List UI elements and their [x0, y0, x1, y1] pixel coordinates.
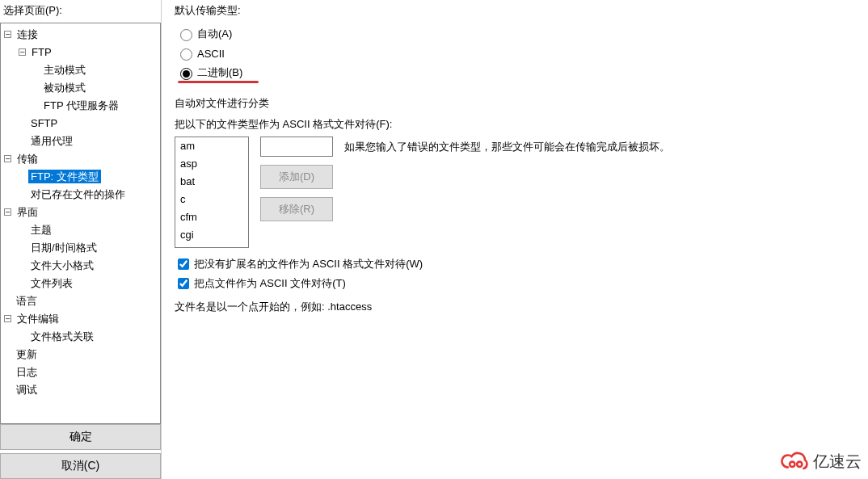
- dotfile-note: 文件名是以一个点开始的，例如: .htaccess: [175, 300, 858, 314]
- list-item[interactable]: am: [175, 137, 248, 155]
- list-item[interactable]: asp: [175, 155, 248, 173]
- radio-ascii[interactable]: [180, 48, 192, 61]
- tree-datetime[interactable]: 日期/时间格式: [1, 238, 160, 256]
- tree-generic-proxy[interactable]: 通用代理: [1, 132, 160, 149]
- list-item[interactable]: c: [175, 191, 248, 208]
- list-item[interactable]: bat: [175, 173, 248, 191]
- radio-binary-row[interactable]: 二进制(B): [176, 63, 858, 82]
- collapse-icon[interactable]: −: [4, 208, 11, 216]
- radio-auto-row[interactable]: 自动(A): [176, 24, 858, 44]
- add-button[interactable]: 添加(D): [260, 165, 333, 189]
- list-item[interactable]: cgi: [175, 226, 248, 244]
- brand-text: 亿速云: [813, 451, 862, 473]
- remove-button[interactable]: 移除(R): [260, 197, 333, 221]
- cloud-icon: [781, 450, 810, 473]
- cancel-button[interactable]: 取消(C): [0, 453, 161, 479]
- tree-theme[interactable]: 主题: [1, 221, 160, 238]
- right-pane: 默认传输类型: 自动(A) ASCII 二进制(B) 自动对文件进行分类 把以下…: [162, 0, 868, 479]
- tree-active-mode[interactable]: 主动模式: [1, 61, 160, 78]
- tree-update[interactable]: 更新: [1, 345, 160, 363]
- new-extension-input[interactable]: [260, 137, 333, 157]
- tree-filesize[interactable]: 文件大小格式: [1, 256, 160, 274]
- hint-text: 如果您输入了错误的文件类型，那些文件可能会在传输完成后被损坏。: [344, 137, 858, 154]
- tree-file-edit[interactable]: −文件编辑: [1, 309, 160, 327]
- chk-no-ext-label: 把没有扩展名的文件作为 ASCII 格式文件对待(W): [194, 257, 423, 271]
- tree-language[interactable]: 语言: [1, 292, 160, 309]
- radio-binary[interactable]: [180, 68, 192, 80]
- treat-as-ascii-label: 把以下的文件类型作为 ASCII 格式文件对待(F):: [175, 117, 858, 132]
- chk-no-ext[interactable]: [178, 258, 189, 270]
- auto-classify-label: 自动对文件进行分类: [175, 96, 858, 111]
- tree-ftp-proxy[interactable]: FTP 代理服务器: [1, 96, 160, 114]
- ascii-extensions-listbox[interactable]: am asp bat c cfm cgi: [175, 137, 249, 248]
- brand-logo: 亿速云: [781, 450, 862, 473]
- radio-binary-label: 二进制(B): [197, 65, 242, 80]
- svg-point-0: [790, 462, 794, 467]
- ok-button[interactable]: 确定: [0, 424, 161, 450]
- radio-auto[interactable]: [180, 29, 192, 41]
- chk-no-ext-row[interactable]: 把没有扩展名的文件作为 ASCII 格式文件对待(W): [175, 254, 858, 274]
- chk-dotfiles-row[interactable]: 把点文件作为 ASCII 文件对待(T): [175, 274, 858, 293]
- tree-log[interactable]: 日志: [1, 363, 160, 380]
- chk-dotfiles[interactable]: [178, 278, 189, 289]
- radio-ascii-label: ASCII: [197, 48, 225, 60]
- tree-file-assoc[interactable]: 文件格式关联: [1, 327, 160, 345]
- default-transfer-type-label: 默认传输类型:: [175, 3, 858, 18]
- collapse-icon[interactable]: −: [4, 31, 11, 38]
- left-pane: 选择页面(P): −连接 −FTP 主动模式 被动模式 FTP 代理服务器 SF…: [0, 0, 162, 479]
- tree-sftp[interactable]: SFTP: [1, 114, 160, 132]
- tree-debug[interactable]: 调试: [1, 380, 160, 398]
- collapse-icon[interactable]: −: [4, 315, 11, 322]
- radio-ascii-row[interactable]: ASCII: [176, 44, 858, 63]
- list-item[interactable]: cfm: [175, 208, 248, 226]
- svg-point-1: [797, 462, 802, 467]
- tree-interface[interactable]: −界面: [1, 203, 160, 221]
- tree-transfer[interactable]: −传输: [1, 149, 160, 167]
- page-tree[interactable]: −连接 −FTP 主动模式 被动模式 FTP 代理服务器 SFTP 通用代理 −…: [0, 23, 161, 424]
- tree-passive-mode[interactable]: 被动模式: [1, 78, 160, 96]
- tree-filelist[interactable]: 文件列表: [1, 274, 160, 292]
- tree-connection[interactable]: −连接: [1, 25, 160, 43]
- red-underline-annotation: [178, 81, 259, 83]
- collapse-icon[interactable]: −: [4, 155, 11, 162]
- tree-file-exists[interactable]: 对已存在文件的操作: [1, 185, 160, 203]
- collapse-icon[interactable]: −: [19, 48, 26, 56]
- select-page-label: 选择页面(P):: [0, 0, 161, 23]
- chk-dotfiles-label: 把点文件作为 ASCII 文件对待(T): [194, 276, 346, 291]
- tree-ftp-file-types[interactable]: FTP: 文件类型: [1, 167, 160, 185]
- tree-ftp[interactable]: −FTP: [1, 43, 160, 61]
- radio-auto-label: 自动(A): [197, 27, 232, 41]
